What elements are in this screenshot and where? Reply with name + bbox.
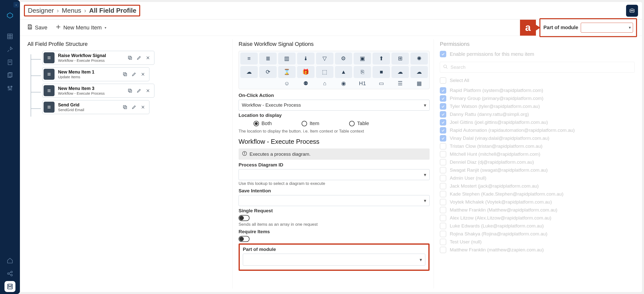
breadcrumb-root[interactable]: Designer	[28, 7, 54, 15]
chatbot-button[interactable]	[626, 5, 638, 17]
enable-permissions-checkbox[interactable]	[440, 51, 446, 57]
permission-row[interactable]: Admin User (null)	[440, 175, 634, 181]
drag-handle-icon[interactable]	[44, 85, 54, 96]
sunburst-icon[interactable]: ✺	[410, 53, 428, 65]
part-of-module-mid-select[interactable]: ▾	[243, 254, 425, 265]
page-icon[interactable]: ▭	[372, 80, 390, 88]
location-radio-both[interactable]: Both	[254, 121, 272, 126]
drag-handle-icon[interactable]	[44, 52, 54, 63]
location-radio-item[interactable]: Item	[302, 121, 319, 126]
select-all-checkbox[interactable]	[440, 77, 446, 84]
permission-checkbox[interactable]	[440, 95, 446, 102]
rail-item-share[interactable]	[4, 268, 16, 279]
permission-row[interactable]: Primary Group (primary@rapidplatform.com…	[440, 95, 634, 102]
delete-button[interactable]	[139, 71, 147, 78]
permission-checkbox[interactable]	[440, 183, 446, 189]
rail-item-pages[interactable]	[4, 70, 16, 81]
camera-icon[interactable]: ■	[372, 66, 390, 78]
gear-icon[interactable]: ⚙	[335, 53, 352, 65]
permission-checkbox[interactable]	[440, 175, 446, 181]
bars-icon[interactable]: ≣	[259, 53, 277, 65]
refresh-icon[interactable]: ⟳	[259, 66, 277, 78]
triangle-icon[interactable]: ▲	[335, 66, 352, 78]
gift-icon[interactable]: 🎁	[297, 66, 314, 78]
permission-row[interactable]: Joel Gittins (joel.gittins@rapidplatform…	[440, 119, 634, 126]
rail-item-tools[interactable]	[4, 44, 16, 55]
permission-row[interactable]: Denniel Diaz (dj@rapidplatform.com.au)	[440, 159, 634, 165]
save-intention-select[interactable]: ▾	[238, 195, 430, 206]
single-request-toggle[interactable]	[238, 215, 250, 221]
funnel-icon[interactable]: ▽	[316, 53, 334, 65]
people-rows-icon[interactable]: ⚉	[297, 80, 314, 88]
rail-item-home[interactable]	[4, 255, 16, 266]
menu-tree-item[interactable]: New Menu Item 1 Update Items	[42, 67, 150, 81]
copy-button[interactable]	[126, 87, 134, 94]
location-radio-table[interactable]: Table	[349, 121, 369, 126]
rail-item-settings[interactable]	[4, 83, 16, 94]
permission-checkbox[interactable]	[440, 223, 446, 229]
grid-icon[interactable]: ⊞	[392, 53, 409, 65]
permission-row[interactable]: Rapid Platform (system@rapidplatform.com…	[440, 87, 634, 94]
pane-icon[interactable]: ▦	[410, 80, 428, 88]
rail-item-designer[interactable]	[4, 281, 16, 292]
H1-icon[interactable]: H1	[354, 80, 371, 88]
permission-checkbox[interactable]	[440, 207, 446, 213]
permission-checkbox[interactable]	[440, 247, 446, 253]
permission-row[interactable]: Rojina Shakya (Rojina@rapidplatform.com.…	[440, 231, 634, 237]
permission-row[interactable]: Rapid Automation (rapidautomation@rapidp…	[440, 127, 634, 134]
delete-button[interactable]	[144, 54, 152, 62]
part-of-module-select-top[interactable]: ▾	[581, 23, 633, 33]
shop-icon[interactable]: ⌂	[316, 80, 334, 88]
edit-button[interactable]	[130, 71, 138, 78]
permission-row[interactable]: Voytek Michalek (Voytek@rapidplatform.co…	[440, 199, 634, 205]
page-plus-icon[interactable]: ⎘	[354, 66, 371, 78]
permission-checkbox[interactable]	[440, 135, 446, 142]
copy-button[interactable]	[126, 54, 134, 62]
permission-checkbox[interactable]	[440, 103, 446, 110]
permission-row[interactable]: Alex Litzow (Alex.Litzow@rapidplatform.c…	[440, 215, 634, 221]
permission-checkbox[interactable]	[440, 231, 446, 237]
permission-row[interactable]: Swagat Ranjit (swagat@rapidplatform.com.…	[440, 167, 634, 173]
permission-row[interactable]: Kade Stephen (Kade.Stephen@rapidplatform…	[440, 191, 634, 197]
permission-row[interactable]: Danny Rattu (danny.rattu@simpli.org)	[440, 111, 634, 118]
menu-tree-item[interactable]: Send Grid SendGrid Email	[42, 100, 150, 114]
process-diagram-id-select[interactable]: ▾	[238, 169, 430, 180]
permission-row[interactable]: Matthew Franklin (matthew@zapien.com.au)	[440, 247, 634, 253]
rail-item-tables[interactable]	[4, 31, 16, 42]
cubes-icon[interactable]: ▣	[354, 53, 371, 65]
delete-button[interactable]	[139, 103, 147, 111]
require-items-toggle[interactable]	[238, 236, 250, 242]
permissions-search[interactable]: Search	[440, 62, 634, 73]
permission-row[interactable]: Luke Edwards (Luke@rapidplatform.com.au)	[440, 223, 634, 229]
person-icon[interactable]: ☺	[278, 80, 296, 88]
delete-button[interactable]	[144, 87, 152, 94]
copy-button[interactable]	[121, 71, 129, 78]
select-all-row[interactable]: Select All	[440, 77, 634, 84]
elevator-icon[interactable]: ⬚	[316, 66, 334, 78]
permission-checkbox[interactable]	[440, 127, 446, 134]
permission-row[interactable]: Test User (null)	[440, 239, 634, 245]
permission-checkbox[interactable]	[440, 199, 446, 205]
permission-row[interactable]: Mitchell Hunt (mitchell@rapidplatform.co…	[440, 151, 634, 157]
new-menu-item-button[interactable]: New Menu Item ▾	[53, 23, 108, 33]
drag-handle-icon[interactable]	[44, 69, 54, 80]
edit-button[interactable]	[135, 54, 143, 62]
cloud-left-icon[interactable]: ☁	[392, 66, 409, 78]
permission-row[interactable]: Vinay Dalal (vinay.dalal@rapidplatform.c…	[440, 135, 634, 142]
drag-handle-icon[interactable]	[44, 102, 54, 113]
permission-checkbox[interactable]	[440, 239, 446, 245]
menu-tree-item[interactable]: New Menu Item 3 Workflow - Execute Proce…	[42, 84, 154, 98]
permission-checkbox[interactable]	[440, 151, 446, 157]
permission-checkbox[interactable]	[440, 143, 446, 149]
permission-checkbox[interactable]	[440, 87, 446, 94]
chart-up-icon[interactable]: ⬆	[372, 53, 390, 65]
permission-checkbox[interactable]	[440, 119, 446, 126]
permission-checkbox[interactable]	[440, 215, 446, 221]
permission-row[interactable]: Tyler Watson (tyler@rapidplatform.com.au…	[440, 103, 634, 110]
permission-checkbox[interactable]	[440, 111, 446, 118]
edit-button[interactable]	[130, 103, 138, 111]
save-button[interactable]: Save	[25, 23, 49, 33]
permission-checkbox[interactable]	[440, 159, 446, 165]
thermo-icon[interactable]: 🌡	[297, 53, 314, 65]
permission-row[interactable]: Matthew Franklin (Matthew@rapidplatform.…	[440, 207, 634, 213]
